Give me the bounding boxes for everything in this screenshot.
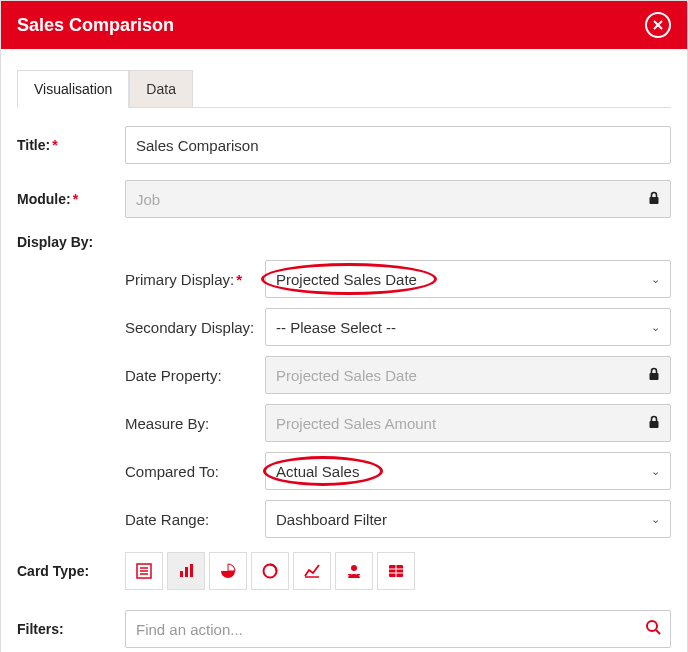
filters-search-input[interactable] bbox=[125, 610, 671, 648]
chevron-down-icon: ⌄ bbox=[651, 321, 660, 334]
table-icon bbox=[387, 562, 405, 580]
close-button[interactable] bbox=[645, 12, 671, 38]
row-compared-to: Compared To: Actual Sales ⌄ bbox=[125, 452, 671, 490]
secondary-display-value: -- Please Select -- bbox=[276, 319, 396, 336]
label-filters: Filters: bbox=[17, 621, 125, 637]
row-display-by-label: Display By: bbox=[17, 234, 671, 250]
card-type-group bbox=[125, 552, 671, 590]
tab-data[interactable]: Data bbox=[129, 70, 193, 108]
row-module: Module:* Job bbox=[17, 180, 671, 218]
label-compared-to: Compared To: bbox=[125, 463, 265, 480]
label-measure-by: Measure By: bbox=[125, 415, 265, 432]
svg-rect-16 bbox=[357, 574, 360, 575]
svg-point-14 bbox=[351, 565, 357, 571]
date-range-select[interactable]: Dashboard Filter ⌄ bbox=[265, 500, 671, 538]
required-asterisk: * bbox=[236, 271, 242, 288]
measure-by-value: Projected Sales Amount bbox=[276, 415, 436, 432]
chevron-down-icon: ⌄ bbox=[651, 465, 660, 478]
row-date-range: Date Range: Dashboard Filter ⌄ bbox=[125, 500, 671, 538]
row-secondary-display: Secondary Display: -- Please Select -- ⌄ bbox=[125, 308, 671, 346]
row-date-property: Date Property: Projected Sales Date bbox=[125, 356, 671, 394]
label-secondary-display: Secondary Display: bbox=[125, 319, 265, 336]
modal-title: Sales Comparison bbox=[17, 15, 174, 36]
tabs: Visualisation Data bbox=[17, 69, 671, 108]
module-field: Job bbox=[125, 180, 671, 218]
row-card-type: Card Type: bbox=[17, 552, 671, 590]
line-chart-icon bbox=[303, 562, 321, 580]
modal-body: Visualisation Data Title:* Module:* Job bbox=[1, 49, 687, 652]
search-icon bbox=[645, 619, 661, 639]
date-property-value: Projected Sales Date bbox=[276, 367, 417, 384]
label-display-by: Display By: bbox=[17, 234, 125, 250]
measure-by-field: Projected Sales Amount bbox=[265, 404, 671, 442]
label-card-type: Card Type: bbox=[17, 563, 125, 579]
bar-chart-icon bbox=[177, 562, 195, 580]
svg-line-22 bbox=[656, 630, 660, 634]
secondary-display-select[interactable]: -- Please Select -- ⌄ bbox=[265, 308, 671, 346]
donut-chart-icon bbox=[261, 562, 279, 580]
label-date-range: Date Range: bbox=[125, 511, 265, 528]
card-type-pie[interactable] bbox=[209, 552, 247, 590]
row-filters: Filters: bbox=[17, 610, 671, 648]
label-date-property: Date Property: bbox=[125, 367, 265, 384]
svg-rect-10 bbox=[185, 567, 188, 577]
title-input[interactable] bbox=[125, 126, 671, 164]
label-module: Module:* bbox=[17, 191, 125, 207]
card-type-person[interactable] bbox=[335, 552, 373, 590]
compared-to-select[interactable]: Actual Sales ⌄ bbox=[265, 452, 671, 490]
close-icon bbox=[652, 19, 664, 31]
row-title: Title:* bbox=[17, 126, 671, 164]
svg-rect-4 bbox=[650, 421, 659, 428]
svg-rect-15 bbox=[348, 574, 351, 575]
svg-rect-9 bbox=[180, 571, 183, 577]
label-primary-display: Primary Display:* bbox=[125, 271, 265, 288]
module-value: Job bbox=[136, 191, 160, 208]
required-asterisk: * bbox=[73, 191, 78, 207]
svg-rect-2 bbox=[650, 197, 659, 204]
row-measure-by: Measure By: Projected Sales Amount bbox=[125, 404, 671, 442]
card-type-donut[interactable] bbox=[251, 552, 289, 590]
chevron-down-icon: ⌄ bbox=[651, 273, 660, 286]
card-type-list[interactable] bbox=[125, 552, 163, 590]
card-type-bar[interactable] bbox=[167, 552, 205, 590]
date-range-value: Dashboard Filter bbox=[276, 511, 387, 528]
row-primary-display: Primary Display:* Projected Sales Date ⌄ bbox=[125, 260, 671, 298]
svg-rect-3 bbox=[650, 373, 659, 380]
modal-container: Sales Comparison Visualisation Data Titl… bbox=[0, 0, 688, 652]
svg-point-21 bbox=[647, 621, 657, 631]
list-icon bbox=[135, 562, 153, 580]
modal-header: Sales Comparison bbox=[1, 1, 687, 49]
lock-icon bbox=[648, 415, 660, 432]
lock-icon bbox=[648, 367, 660, 384]
lock-icon bbox=[648, 191, 660, 208]
card-type-line[interactable] bbox=[293, 552, 331, 590]
compared-to-value: Actual Sales bbox=[276, 463, 359, 480]
primary-display-select[interactable]: Projected Sales Date ⌄ bbox=[265, 260, 671, 298]
display-by-block: Primary Display:* Projected Sales Date ⌄… bbox=[125, 260, 671, 538]
required-asterisk: * bbox=[52, 137, 57, 153]
pie-chart-icon bbox=[219, 562, 237, 580]
date-property-field: Projected Sales Date bbox=[265, 356, 671, 394]
label-title: Title:* bbox=[17, 137, 125, 153]
tab-visualisation[interactable]: Visualisation bbox=[17, 70, 129, 108]
svg-rect-11 bbox=[190, 564, 193, 577]
chevron-down-icon: ⌄ bbox=[651, 513, 660, 526]
primary-display-value: Projected Sales Date bbox=[276, 271, 417, 288]
person-card-icon bbox=[345, 562, 363, 580]
card-type-table[interactable] bbox=[377, 552, 415, 590]
